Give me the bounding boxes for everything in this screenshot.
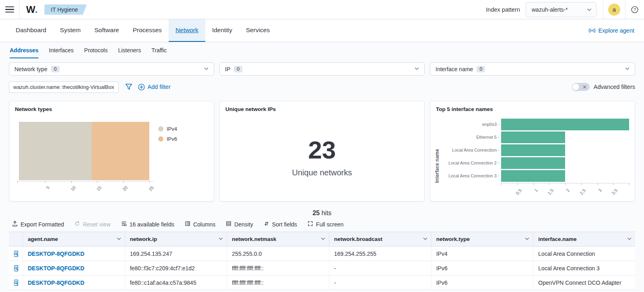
- breadcrumb[interactable]: IT Hygiene: [44, 4, 87, 15]
- column-header-network.ip[interactable]: network.ip: [125, 232, 227, 246]
- export-formatted-button[interactable]: Export Formatted: [12, 221, 64, 228]
- interface-names-chart[interactable]: [501, 116, 629, 182]
- subtab-listeners[interactable]: Listeners: [118, 47, 141, 58]
- agent-name-link[interactable]: DESKTOP-8QFGDKD: [23, 276, 125, 290]
- top-bar: W. IT Hygiene Index pattern wazuh-alerts…: [0, 0, 644, 19]
- filter-select-ip[interactable]: IP 0: [219, 62, 425, 76]
- chart-legend: IPv4IPv6: [158, 118, 177, 189]
- subtab-interfaces[interactable]: Interfaces: [49, 47, 74, 58]
- x-axis: 0,5 1 1,5 2 2,5 3 3,5: [501, 183, 629, 183]
- bar-segment-ipv6[interactable]: [92, 122, 149, 180]
- legend-swatch: [158, 136, 163, 142]
- filter-funnel-icon[interactable]: [125, 83, 132, 90]
- avatar[interactable]: a: [608, 4, 620, 16]
- network-types-chart[interactable]: 5 10 15 20 25: [19, 118, 149, 189]
- chevron-down-icon: [116, 236, 122, 243]
- cell-network.type: IPv6: [431, 261, 533, 275]
- panel-network-types: Network types 5 10 15 20 25 IPv4IPv6: [9, 101, 214, 202]
- column-header-network.netmask[interactable]: network.netmask: [227, 232, 329, 246]
- refresh-icon: [74, 221, 80, 228]
- bar-local-area-connection-2[interactable]: [501, 157, 565, 169]
- x-tick-label: 10: [70, 185, 76, 192]
- panel-title: Top 5 interface names: [436, 106, 629, 112]
- tab-network[interactable]: Network: [169, 19, 205, 42]
- category-label: Local Area Connection: [440, 144, 501, 156]
- x-tick-label: 1,5: [547, 188, 554, 195]
- columns-button[interactable]: Columns: [185, 221, 215, 228]
- data-grid: agent.name network.ip network.netmask ne…: [9, 232, 635, 290]
- column-header-agent.name[interactable]: agent.name: [23, 232, 125, 246]
- expand-row-icon[interactable]: [9, 261, 23, 275]
- table-row: DESKTOP-8QFGDKD169.254.135.247255.255.0.…: [9, 247, 635, 261]
- add-filter-button[interactable]: Add filter: [138, 84, 171, 90]
- legend-swatch: [158, 126, 163, 132]
- hits-count: 25 hits: [9, 210, 635, 217]
- full-screen-button[interactable]: Full screen: [308, 221, 343, 228]
- cell-network.type: IPv6: [431, 276, 533, 290]
- cell-network.netmask: ffff:ffff:ffff:ffff::: [227, 276, 329, 290]
- cell-network.ip: 169.254.135.247: [125, 247, 227, 261]
- density-icon: [226, 221, 231, 228]
- tab-processes[interactable]: Processes: [126, 19, 169, 42]
- wazuh-logo[interactable]: W.: [20, 4, 44, 15]
- metric-value: 23: [308, 138, 336, 162]
- sort-fields-button[interactable]: Sort fields: [264, 221, 297, 228]
- x-tick-label: 1: [533, 188, 539, 193]
- cell-network.netmask: 255.255.0.0: [227, 247, 329, 261]
- category-label: Local Area Connection 3: [440, 169, 501, 182]
- 16-available-fields-button[interactable]: 16 available fields: [121, 221, 174, 228]
- chevron-down-icon: [423, 236, 428, 243]
- bar-ethernet-5[interactable]: [501, 132, 565, 143]
- filter-pill[interactable]: wazuh.cluster.name: thecotilking-Virtual…: [9, 81, 119, 93]
- subtab-traffic[interactable]: Traffic: [151, 47, 167, 58]
- density-button[interactable]: Density: [226, 221, 253, 228]
- advanced-filters-toggle[interactable]: ✕: [572, 83, 590, 91]
- table-row: DESKTOP-8QFGDKDfe80::c1af:ac4a:c57a:9845…: [9, 276, 635, 290]
- column-header-interface.name[interactable]: interface.name: [533, 232, 635, 246]
- x-tick-label: 2,5: [579, 188, 586, 195]
- table-toolbar: Export FormattedReset view16 available f…: [9, 220, 635, 232]
- data-grid-header: agent.name network.ip network.netmask ne…: [9, 232, 635, 247]
- subtab-protocols[interactable]: Protocols: [84, 47, 107, 58]
- tab-identity[interactable]: Identity: [205, 19, 239, 42]
- x-tick-label: 0,5: [515, 188, 522, 195]
- help-icon[interactable]: ?: [625, 6, 644, 13]
- explore-agent-button[interactable]: Explore agent: [588, 19, 634, 42]
- category-label: Local Area Connection 2: [440, 156, 501, 169]
- legend-item-ipv4[interactable]: IPv4: [158, 126, 177, 132]
- tab-system[interactable]: System: [53, 19, 88, 42]
- index-pattern-label: Index pattern: [486, 6, 520, 13]
- column-header-network.type[interactable]: network.type: [431, 232, 533, 246]
- chevron-down-icon: [204, 66, 209, 73]
- bar-local-area-connection[interactable]: [501, 144, 565, 156]
- agent-name-link[interactable]: DESKTOP-8QFGDKD: [23, 261, 125, 275]
- expand-row-icon[interactable]: [9, 247, 23, 261]
- column-header-network.broadcast[interactable]: network.broadcast: [329, 232, 431, 246]
- chevron-down-icon: [625, 66, 630, 73]
- legend-item-ipv6[interactable]: IPv6: [158, 136, 177, 142]
- filter-select-interface-name[interactable]: Interface name 0: [430, 62, 635, 76]
- sub-tabs: AddressesInterfacesProtocolsListenersTra…: [0, 42, 644, 58]
- plus-circle-icon: [138, 84, 145, 90]
- bar-enp0s3[interactable]: [501, 119, 629, 130]
- toggle-off-x-icon: ✕: [582, 84, 587, 90]
- x-tick-label: 15: [96, 185, 103, 192]
- cell-network.broadcast: -: [329, 261, 431, 275]
- subtab-addresses[interactable]: Addresses: [10, 47, 39, 58]
- visualization-panels: Network types 5 10 15 20 25 IPv4IPv6 Uni…: [9, 101, 635, 202]
- columns-icon: [185, 221, 190, 228]
- stacked-bar[interactable]: [19, 122, 149, 180]
- tab-software[interactable]: Software: [88, 19, 126, 42]
- index-pattern-select[interactable]: wazuh-alerts-*: [526, 2, 597, 17]
- menu-icon[interactable]: [0, 0, 19, 19]
- tab-services[interactable]: Services: [239, 19, 277, 42]
- svg-text:?: ?: [634, 7, 636, 12]
- agent-name-link[interactable]: DESKTOP-8QFGDKD: [23, 247, 125, 261]
- tab-dashboard[interactable]: Dashboard: [9, 19, 53, 42]
- bar-local-area-connection-3[interactable]: [501, 170, 565, 182]
- table-row: DESKTOP-8QFGDKDfe80::f3c7:c209:4cf7:e1d2…: [9, 261, 635, 276]
- expand-row-icon[interactable]: [9, 276, 23, 290]
- bar-segment-ipv4[interactable]: [19, 122, 92, 180]
- filter-select-network-type[interactable]: Network type 0: [9, 62, 214, 76]
- fullscreen-icon: [308, 221, 313, 228]
